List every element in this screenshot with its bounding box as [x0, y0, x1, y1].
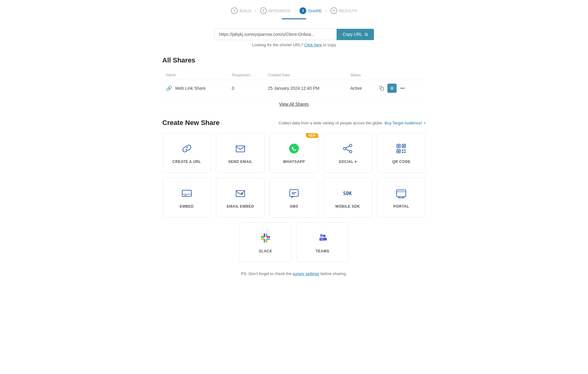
shares-table-head: Name Responses Created Date Status — [162, 70, 426, 80]
step-build-label: BUILD — [239, 9, 251, 13]
teams-card[interactable]: TEAMS — [296, 222, 349, 262]
step-share[interactable]: 3 SHARE — [297, 6, 324, 15]
portal-label: PORTAL — [394, 204, 409, 209]
survey-settings-link[interactable]: survey settings — [293, 271, 319, 276]
step-results[interactable]: 4 RESULTS — [328, 6, 360, 15]
row-responses: 0 — [228, 80, 264, 97]
step-results-circle: 4 — [330, 7, 337, 14]
mobile-sdk-card[interactable]: SDK MOBILE SDK — [323, 178, 372, 217]
step-share-label: SHARE — [308, 9, 322, 13]
row-status: Active — [347, 80, 373, 97]
copy-url-label: Copy URL — [343, 32, 363, 37]
create-url-card[interactable]: CREATE A URL — [162, 133, 211, 173]
collect-text: Collect data from a wide variety of peop… — [279, 121, 382, 125]
mobile-sdk-label: MOBILE SDK — [335, 204, 360, 209]
to-copy-suffix: to copy — [323, 43, 336, 47]
col-created-date: Created Date — [264, 70, 347, 80]
svg-rect-41 — [266, 238, 270, 240]
step-integrate[interactable]: 2 INTEGRATE — [258, 6, 293, 15]
social-icon — [341, 142, 354, 155]
svg-point-5 — [349, 144, 352, 147]
sms-icon — [288, 187, 300, 199]
qr-code-label: QR CODE — [392, 160, 411, 164]
new-badge: NEW — [306, 133, 318, 138]
svg-rect-40 — [266, 236, 270, 238]
qr-code-icon — [395, 142, 407, 155]
more-actions-button[interactable]: ••• — [398, 84, 407, 93]
svg-point-7 — [349, 150, 352, 153]
row-actions: ••• — [373, 80, 426, 97]
url-input[interactable] — [214, 28, 337, 40]
create-new-share-title: Create New Share — [162, 119, 220, 127]
svg-rect-0 — [381, 88, 384, 90]
step-build-circle: 1 — [231, 7, 238, 14]
name-cell: 🔗 Web Link Share — [166, 85, 224, 91]
email-embed-label: EMAIL EMBED — [227, 204, 254, 209]
svg-rect-2 — [392, 87, 393, 89]
view-all-shares-link[interactable]: View All Shares — [162, 102, 426, 107]
svg-point-4 — [289, 144, 299, 153]
step-share-circle: 3 — [300, 7, 306, 14]
cards-grid-row2: EMBED EMAIL EMBED — [162, 178, 426, 217]
svg-rect-29 — [397, 190, 406, 197]
row-name-cell: 🔗 Web Link Share — [162, 80, 228, 97]
svg-point-6 — [343, 147, 346, 150]
svg-rect-15 — [398, 150, 399, 152]
pause-share-button[interactable] — [387, 84, 397, 93]
step-integrate-label: INTEGRATE — [269, 9, 291, 13]
row-name: Web Link Share — [175, 86, 205, 91]
copy-url-button[interactable]: Copy URL ⧉ — [337, 29, 374, 40]
url-section: Copy URL ⧉ Looking for the shorter URL? … — [0, 28, 588, 47]
target-audience-section: Collect data from a wide variety of peop… — [279, 121, 426, 125]
whatsapp-label: WHATSAPP — [283, 160, 305, 164]
social-card[interactable]: SOCIAL ▾ — [323, 133, 372, 173]
row-created-date: 25 January 2024 12:40 PM — [264, 80, 347, 97]
svg-rect-17 — [404, 149, 405, 151]
svg-rect-1 — [391, 87, 392, 89]
svg-rect-24 — [236, 191, 245, 197]
teams-icon — [316, 232, 329, 244]
step-arrow-2: › — [295, 9, 296, 13]
step-results-label: RESULTS — [339, 9, 357, 13]
whatsapp-icon — [288, 142, 300, 155]
more-dots-icon: ••• — [400, 86, 405, 91]
cards-grid-row3: SLACK TEAMS — [162, 222, 426, 262]
all-shares-title: All Shares — [162, 56, 426, 64]
social-label: SOCIAL ▾ — [339, 160, 356, 164]
create-url-label: CREATE A URL — [172, 160, 201, 164]
table-row: 🔗 Web Link Share 0 25 January 2024 12:40… — [162, 80, 426, 97]
step-build[interactable]: 1 BUILD — [228, 6, 254, 15]
send-email-card[interactable]: SEND EMAIL — [216, 133, 265, 173]
svg-rect-36 — [261, 236, 265, 238]
svg-line-8 — [346, 146, 349, 148]
plus-icon: + — [423, 121, 426, 125]
embed-card[interactable]: EMBED — [162, 178, 211, 217]
copy-url-icon: ⧉ — [365, 32, 368, 37]
portal-card[interactable]: PORTAL — [377, 178, 426, 217]
web-link-icon: 🔗 — [166, 85, 172, 91]
embed-label: EMBED — [180, 204, 194, 209]
email-embed-card[interactable]: EMAIL EMBED — [216, 178, 265, 217]
col-actions — [373, 70, 426, 80]
footer-prefix: PS: Don't forget to check the — [241, 271, 292, 276]
sms-card[interactable]: SMS — [270, 178, 318, 217]
copy-share-button[interactable] — [377, 84, 386, 93]
footer-suffix-text: before sharing. — [320, 271, 347, 276]
shares-table-body: 🔗 Web Link Share 0 25 January 2024 12:40… — [162, 80, 426, 97]
send-email-icon — [234, 142, 247, 155]
qr-code-card[interactable]: QR CODE — [377, 133, 426, 173]
svg-rect-38 — [264, 239, 265, 243]
svg-point-44 — [320, 234, 323, 237]
col-responses: Responses — [228, 70, 264, 80]
svg-rect-11 — [398, 145, 399, 147]
buy-audience-link[interactable]: Buy Target Audience! + — [385, 121, 426, 125]
step-arrow-1: › — [255, 9, 256, 13]
footer-note: PS: Don't forget to check the survey set… — [162, 271, 426, 288]
shares-table: Name Responses Created Date Status 🔗 Web… — [162, 70, 426, 97]
col-status: Status — [347, 70, 373, 80]
buy-audience-label: Buy Target Audience! — [385, 121, 422, 125]
svg-rect-16 — [402, 149, 403, 151]
click-here-link[interactable]: Click here — [304, 43, 322, 47]
slack-card[interactable]: SLACK — [239, 222, 292, 262]
whatsapp-card[interactable]: NEW WHATSAPP — [270, 133, 318, 173]
